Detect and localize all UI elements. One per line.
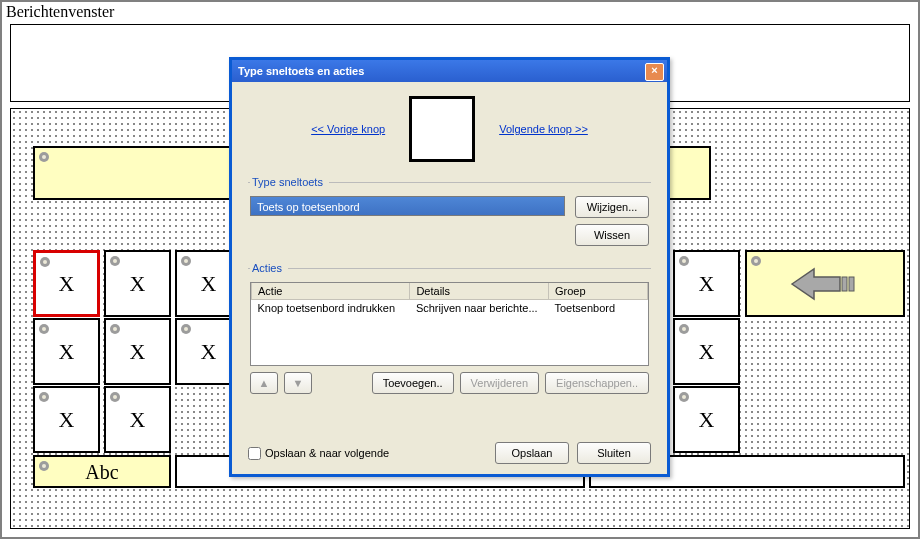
remove-action-button[interactable]: Verwijderen	[460, 372, 539, 394]
key-cell[interactable]: X	[104, 318, 171, 385]
gear-icon	[677, 254, 691, 268]
save-button[interactable]: Opslaan	[495, 442, 569, 464]
svg-point-9	[682, 259, 686, 263]
svg-point-20	[184, 327, 188, 331]
key-cell[interactable]: X	[673, 318, 740, 385]
svg-point-22	[682, 327, 686, 331]
gear-icon	[677, 322, 691, 336]
key-label: X	[106, 271, 169, 297]
gear-icon	[179, 322, 193, 336]
key-label: X	[675, 339, 738, 365]
key-label: X	[106, 407, 169, 433]
key-label: X	[35, 339, 98, 365]
clear-hotkey-button[interactable]: Wissen	[575, 224, 649, 246]
properties-button[interactable]: Eigenschappen..	[545, 372, 649, 394]
key-label: X	[106, 339, 169, 365]
gear-icon	[108, 322, 122, 336]
key-label: X	[36, 271, 97, 297]
save-and-next-label[interactable]: Opslaan & naar volgende	[248, 447, 389, 460]
gear-icon	[677, 390, 691, 404]
gear-icon	[108, 390, 122, 404]
actions-table-wrap: Actie Details Groep Knop toetsenbord ind…	[250, 282, 649, 366]
svg-rect-14	[849, 277, 854, 291]
next-button-link[interactable]: Volgende knop >>	[499, 123, 588, 135]
key-cell[interactable]: X	[673, 250, 740, 317]
change-hotkey-button[interactable]: Wijzigen...	[575, 196, 649, 218]
gear-icon	[38, 255, 52, 269]
hotkey-fieldset: Type sneltoets Toets op toetsenbord Wijz…	[248, 176, 651, 248]
back-arrow-icon	[790, 265, 860, 303]
svg-marker-12	[792, 269, 840, 299]
button-preview-box	[409, 96, 475, 162]
table-row[interactable]: Knop toetsenbord indrukken Schrijven naa…	[252, 300, 648, 317]
gear-icon	[179, 254, 193, 268]
close-icon: ×	[651, 64, 657, 76]
svg-point-18	[113, 327, 117, 331]
col-groep[interactable]: Groep	[548, 283, 647, 300]
backspace-cell[interactable]	[745, 250, 905, 317]
svg-point-26	[113, 395, 117, 399]
key-label: X	[675, 271, 738, 297]
svg-point-1	[42, 155, 46, 159]
svg-point-16	[42, 327, 46, 331]
abc-label: Abc	[35, 460, 169, 483]
key-label: X	[675, 407, 738, 433]
svg-point-3	[43, 260, 47, 264]
svg-point-7	[184, 259, 188, 263]
hotkey-actions-dialog: Type sneltoets en acties × << Vorige kno…	[229, 57, 670, 477]
gear-icon	[108, 254, 122, 268]
svg-point-11	[754, 259, 758, 263]
key-cell[interactable]: X	[104, 386, 171, 453]
key-cell[interactable]: X	[33, 318, 100, 385]
svg-point-5	[113, 259, 117, 263]
save-and-next-text: Opslaan & naar volgende	[265, 447, 389, 459]
add-action-button[interactable]: Toevoegen..	[372, 372, 454, 394]
col-details[interactable]: Details	[410, 283, 549, 300]
dialog-title-text: Type sneltoets en acties	[238, 65, 364, 77]
key-cell[interactable]: X	[673, 386, 740, 453]
svg-point-28	[682, 395, 686, 399]
actions-table[interactable]: Actie Details Groep Knop toetsenbord ind…	[251, 283, 648, 316]
move-down-button[interactable]: ▼	[284, 372, 312, 394]
gear-icon	[37, 390, 51, 404]
svg-rect-13	[842, 277, 847, 291]
key-label: X	[35, 407, 98, 433]
hotkey-value-display[interactable]: Toets op toetsenbord	[250, 196, 565, 216]
abc-cell[interactable]: Abc	[33, 455, 171, 488]
col-actie[interactable]: Actie	[252, 283, 410, 300]
save-and-next-checkbox[interactable]	[248, 447, 261, 460]
actions-legend: Acties	[250, 262, 288, 274]
dialog-titlebar: Type sneltoets en acties ×	[232, 60, 667, 82]
key-cell[interactable]: X	[33, 386, 100, 453]
messages-window-label: Berichtenvenster	[6, 3, 114, 21]
gear-icon	[37, 322, 51, 336]
cell-actie: Knop toetsenbord indrukken	[252, 300, 410, 317]
svg-point-24	[42, 395, 46, 399]
close-button[interactable]: Sluiten	[577, 442, 651, 464]
gear-icon	[749, 254, 763, 268]
actions-fieldset: Acties Actie Details Groep Knop	[248, 262, 651, 396]
table-header-row: Actie Details Groep	[252, 283, 648, 300]
move-up-button[interactable]: ▲	[250, 372, 278, 394]
hotkey-legend: Type sneltoets	[250, 176, 329, 188]
cell-groep: Toetsenbord	[548, 300, 647, 317]
dialog-close-button[interactable]: ×	[645, 63, 664, 81]
prev-button-link[interactable]: << Vorige knop	[311, 123, 385, 135]
key-cell-selected[interactable]: X	[33, 250, 100, 317]
key-cell[interactable]: X	[104, 250, 171, 317]
cell-details: Schrijven naar berichte...	[410, 300, 549, 317]
